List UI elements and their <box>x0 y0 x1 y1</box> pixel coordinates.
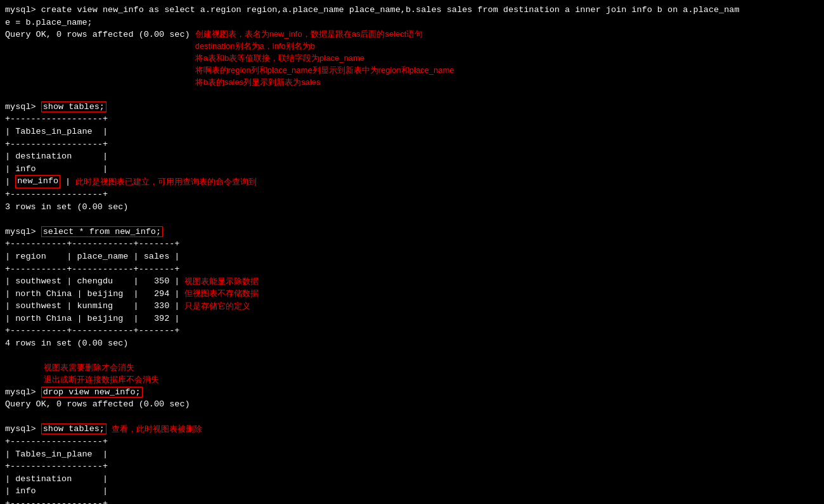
ann5: 查看，此时视图表被删除 <box>112 423 202 435</box>
ann1-5: 将b表的sales列显示到新表为sales <box>195 77 454 89</box>
table2-col: | region | place_name | sales | <box>5 250 819 263</box>
cmd5-line: mysql> show tables; 查看，此时视图表被删除 <box>5 423 819 436</box>
table1-row3-line: | new_info | 此时是视图表已建立，可用用查询表的命令查询到 <box>5 175 819 188</box>
cmd5-pre: mysql> show tables; <box>5 423 106 436</box>
annotation-block-1: 创建视图表，表名为new_info，数据是跟在as后面的select语句 des… <box>195 29 454 88</box>
table1-col: | Tables_in_plane | <box>5 126 819 138</box>
table2-row2-line: | north China | beijing | 294 | 但视图表不存储数… <box>5 288 819 300</box>
table2-header: +-----------+------------+-------+ <box>5 238 819 250</box>
table1-row3-post: | <box>60 176 70 188</box>
cmd4-result: Query OK, 0 rows affected (0.00 sec) <box>5 398 819 411</box>
table3-footer: +------------------+ <box>5 498 819 504</box>
cmd4-boxed: drop view new_info; <box>41 387 143 397</box>
cmd3-boxed: select * from new_info; <box>41 226 163 237</box>
result1-line: Query OK, 0 rows affected (0.00 sec) 创建视… <box>5 29 819 88</box>
table2-count: 4 rows in set (0.00 sec) <box>5 337 819 350</box>
table1-count: 3 rows in set (0.00 sec) <box>5 201 819 214</box>
ann4-block: mysql> 视图表需要删除才会消失 退出或断开连接数据库不会消失 <box>5 362 819 386</box>
blank2 <box>5 213 819 226</box>
blank3 <box>5 349 819 362</box>
table3-r1: | destination | <box>5 473 819 486</box>
table1-header: +------------------+ <box>5 113 819 126</box>
result1-text: Query OK, 0 rows affected (0.00 sec) <box>5 29 190 41</box>
table1-row1: | destination | <box>5 150 819 163</box>
table1-footer: +------------------+ <box>5 188 819 201</box>
table2-row3-line: | southwest | kunming | 330 | 只是存储它的定义 <box>5 300 819 313</box>
cmd1-cont-line: e = b.place_name; <box>5 18 93 27</box>
ann3-1: 视图表能显示除数据 <box>184 276 259 287</box>
ann2: 此时是视图表已建立，可用用查询表的命令查询到 <box>75 176 257 188</box>
ann4-texts: 视图表需要删除才会消失 退出或断开连接数据库不会消失 <box>44 362 159 386</box>
table3-col: | Tables_in_plane | <box>5 448 819 461</box>
table2-row2: | north China | beijing | 294 | <box>5 288 179 300</box>
cmd3-text: mysql> select * from new_info; <box>5 226 163 238</box>
cmd4-pre: mysql> drop view new_info; <box>5 386 143 399</box>
table2-row1: | southwest | chengdu | 350 | <box>5 275 179 288</box>
ann1-2: destination别名为a，info别名为b <box>195 41 454 53</box>
table3-header: +------------------+ <box>5 436 819 448</box>
ann4-2: 退出或断开连接数据库不会消失 <box>44 374 159 386</box>
ann1-3: 将a表和b表等值联接，联结字段为place_name <box>195 53 454 65</box>
table1-sep1: +------------------+ <box>5 138 819 151</box>
terminal-output: mysql> create view new_info as select a.… <box>5 4 819 29</box>
table1-row3-boxed: new_info <box>15 175 60 188</box>
ann3-3: 只是存储它的定义 <box>184 300 250 312</box>
cmd1-line: mysql> create view new_info as select a.… <box>5 5 740 15</box>
blank4 <box>5 411 819 423</box>
cmd2-boxed: show tables; <box>41 101 106 112</box>
ann3-2: 但视图表不存储数据 <box>184 288 259 299</box>
table2-footer: +-----------+------------+-------+ <box>5 325 819 337</box>
ann4-1: 视图表需要删除才会消失 <box>44 362 159 374</box>
table2-sep: +-----------+------------+-------+ <box>5 263 819 276</box>
cmd3-line: mysql> select * from new_info; <box>5 226 819 238</box>
table2-row1-line: | southwest | chengdu | 350 | 视图表能显示除数据 <box>5 275 819 288</box>
cmd4-line: mysql> drop view new_info; <box>5 386 819 399</box>
table3-sep: +------------------+ <box>5 460 819 473</box>
ann1-1: 创建视图表，表名为new_info，数据是跟在as后面的select语句 <box>195 29 454 41</box>
ann1-4: 将啊表的region列和place_name列显示到新表中为region和pla… <box>195 65 454 77</box>
table3-r2: | info | <box>5 485 819 498</box>
cmd5-boxed: show tables; <box>41 423 106 434</box>
table1-row3-pre: | <box>5 176 15 188</box>
cmd2-line: mysql> show tables; <box>5 101 819 113</box>
table2-row3: | southwest | kunming | 330 | <box>5 300 179 313</box>
table2-row4: | north China | beijing | 392 | <box>5 313 819 325</box>
table1-row2: | info | <box>5 163 819 176</box>
blank1 <box>5 88 819 101</box>
cmd2-text: mysql> show tables; <box>5 101 106 113</box>
